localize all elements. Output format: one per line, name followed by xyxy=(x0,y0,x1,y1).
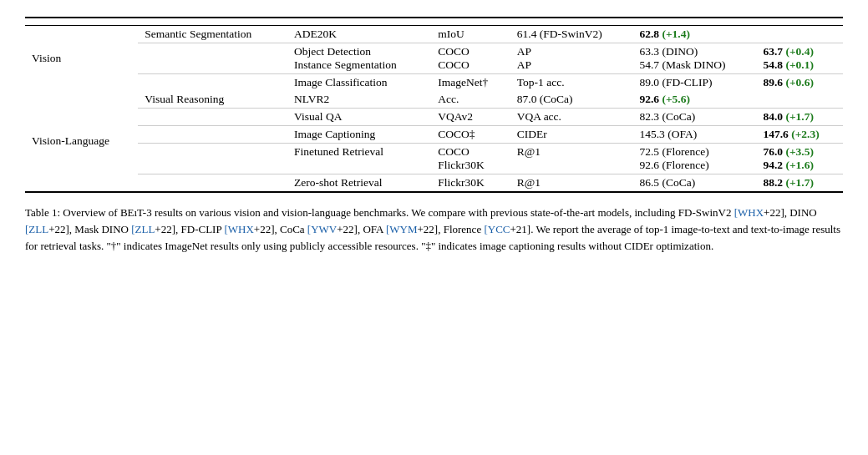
table-row: Visual QAVQAv2VQA acc.82.3 (CoCa)84.0 (+… xyxy=(25,109,843,126)
beit3-cell: 88.2 (+1.7) xyxy=(756,174,843,193)
prev-sota-cell: 87.0 (CoCa) xyxy=(510,91,633,109)
metric-cell: Acc. xyxy=(431,91,510,109)
col-dataset xyxy=(287,18,431,26)
beit3-cell: 63.7 (+0.4)54.8 (+0.1) xyxy=(756,43,843,74)
table-row: Vision-LanguageVisual ReasoningNLVR2Acc.… xyxy=(25,91,843,109)
results-table: VisionSemantic SegmentationADE20KmIoU61.… xyxy=(25,17,843,193)
table-row: Object DetectionInstance SegmentationCOC… xyxy=(25,43,843,74)
header-row xyxy=(25,18,843,26)
metric-cell: APAP xyxy=(510,43,633,74)
table-row: Image ClassificationImageNet†Top-1 acc.8… xyxy=(25,74,843,92)
table-caption: Table 1: Overview of BEıT-3 results on v… xyxy=(25,205,843,255)
table-container: VisionSemantic SegmentationADE20KmIoU61.… xyxy=(25,17,843,255)
table-row: Image CaptioningCOCO‡CIDEr145.3 (OFA)147… xyxy=(25,126,843,144)
category-cell xyxy=(138,126,287,144)
col-category xyxy=(25,18,138,26)
prev-sota-cell: 63.3 (DINO)54.7 (Mask DINO) xyxy=(632,43,756,74)
col-task xyxy=(138,18,287,26)
task-cell: Visual QA xyxy=(287,109,431,126)
table-row: Finetuned RetrievalCOCOFlickr30KR@172.5 … xyxy=(25,144,843,174)
category-cell xyxy=(138,174,287,193)
dataset-cell: COCOFlickr30K xyxy=(431,144,510,174)
task-cell: Finetuned Retrieval xyxy=(287,144,431,174)
dataset-cell: Flickr30K xyxy=(431,174,510,193)
col-metric xyxy=(431,18,510,26)
metric-cell: R@1 xyxy=(510,144,633,174)
dataset-cell: ImageNet† xyxy=(431,74,510,92)
metric-cell: mIoU xyxy=(431,26,510,43)
table-row: VisionSemantic SegmentationADE20KmIoU61.… xyxy=(25,26,843,43)
dataset-cell: VQAv2 xyxy=(431,109,510,126)
category-cell xyxy=(138,144,287,174)
task-cell: Image Captioning xyxy=(287,126,431,144)
prev-sota-cell: 61.4 (FD-SwinV2) xyxy=(510,26,633,43)
beit3-cell: 89.6 (+0.6) xyxy=(756,74,843,92)
dataset-cell: ADE20K xyxy=(287,26,431,43)
category-cell xyxy=(138,74,287,92)
dataset-cell: COCOCOCO xyxy=(431,43,510,74)
metric-cell: CIDEr xyxy=(510,126,633,144)
category-cell: Vision-Language xyxy=(25,91,138,192)
category-cell xyxy=(138,109,287,126)
metric-cell: VQA acc. xyxy=(510,109,633,126)
dataset-cell: COCO‡ xyxy=(431,126,510,144)
table-row: Zero-shot RetrievalFlickr30KR@186.5 (CoC… xyxy=(25,174,843,193)
beit3-cell: 76.0 (+3.5)94.2 (+1.6) xyxy=(756,144,843,174)
prev-sota-cell: 89.0 (FD-CLIP) xyxy=(632,74,756,92)
metric-cell: R@1 xyxy=(510,174,633,193)
beit3-cell: 84.0 (+1.7) xyxy=(756,109,843,126)
prev-sota-cell: 86.5 (CoCa) xyxy=(632,174,756,193)
category-cell: Vision xyxy=(25,26,138,92)
dataset-cell: NLVR2 xyxy=(287,91,431,109)
beit3-cell: 62.8 (+1.4) xyxy=(632,26,756,43)
prev-sota-cell: 82.3 (CoCa) xyxy=(632,109,756,126)
task-cell: Semantic Segmentation xyxy=(138,26,287,43)
prev-sota-cell: 72.5 (Florence)92.6 (Florence) xyxy=(632,144,756,174)
category-cell xyxy=(138,43,287,74)
col-prev-sota xyxy=(510,18,633,26)
prev-sota-cell: 145.3 (OFA) xyxy=(632,126,756,144)
beit3-cell: 147.6 (+2.3) xyxy=(756,126,843,144)
col-beit3 xyxy=(632,18,756,26)
task-cell: Object DetectionInstance Segmentation xyxy=(287,43,431,74)
metric-cell: Top-1 acc. xyxy=(510,74,633,92)
beit3-cell: 92.6 (+5.6) xyxy=(632,91,756,109)
task-cell: Image Classification xyxy=(287,74,431,92)
task-cell: Zero-shot Retrieval xyxy=(287,174,431,193)
task-cell: Visual Reasoning xyxy=(138,91,287,109)
